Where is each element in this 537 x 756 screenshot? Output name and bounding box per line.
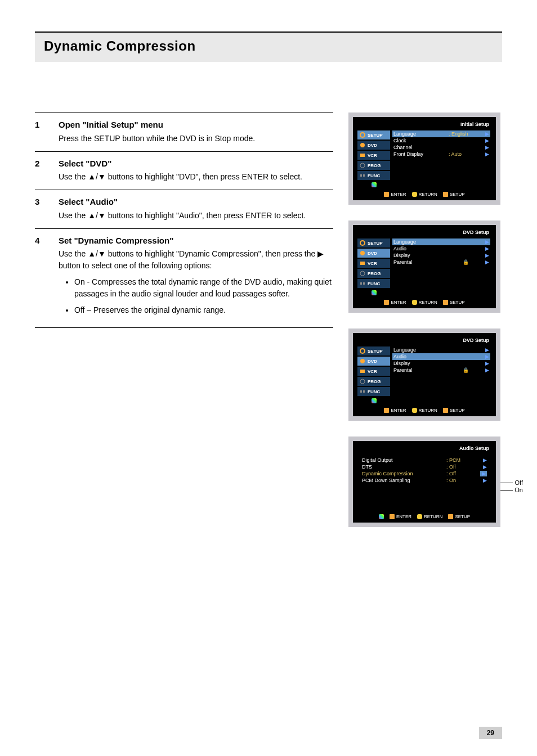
step-3: 3 Select "Audio" Use the ▲/▼ buttons to … bbox=[35, 190, 333, 228]
bullet-on: On - Compresses the total dynamic range … bbox=[74, 276, 333, 300]
chevron-right-icon: ▶ bbox=[482, 131, 489, 137]
osd-row-display[interactable]: Display▶ bbox=[392, 252, 490, 259]
step-number: 4 bbox=[35, 235, 48, 321]
enter-key-icon bbox=[390, 514, 395, 519]
tab-prog[interactable]: PROG bbox=[357, 269, 390, 278]
step-body-text: Use the ▲/▼ buttons to highlight "Audio"… bbox=[59, 210, 333, 222]
footer-return: RETURN bbox=[419, 408, 437, 413]
tab-label: FUNC bbox=[368, 281, 380, 286]
chevron-right-icon: ▶ bbox=[482, 145, 489, 150]
tab-joystick bbox=[357, 289, 390, 296]
osd-row-language[interactable]: Language: English▶ bbox=[392, 130, 490, 137]
svg-point-9 bbox=[360, 271, 365, 276]
tab-label: PROG bbox=[368, 379, 381, 384]
chevron-right-icon: ▶ bbox=[480, 478, 487, 483]
enter-key-icon bbox=[384, 192, 389, 197]
tab-dvd[interactable]: DVD bbox=[357, 249, 390, 258]
osd-row-front-display[interactable]: Front Display: Auto▶ bbox=[392, 151, 490, 158]
osd-row-dynamic-compression[interactable]: Dynamic Compression: Off▶ bbox=[361, 470, 488, 477]
return-key-icon bbox=[412, 300, 417, 305]
chevron-right-icon: ▶ bbox=[482, 246, 489, 251]
tab-func[interactable]: FUNC bbox=[357, 279, 390, 288]
tab-label: PROG bbox=[368, 271, 381, 276]
dpad-icon bbox=[372, 182, 377, 187]
tab-joystick bbox=[357, 181, 390, 188]
osd-footer: ENTER RETURN SETUP bbox=[357, 511, 491, 520]
svg-rect-5 bbox=[363, 174, 365, 177]
chevron-right-icon: ▶ bbox=[480, 471, 487, 476]
slider-icon bbox=[359, 388, 366, 395]
tab-setup[interactable]: SETUP bbox=[357, 238, 390, 248]
svg-point-15 bbox=[360, 379, 365, 384]
return-key-icon bbox=[412, 192, 417, 197]
osd-title: Initial Setup bbox=[357, 120, 491, 130]
osd-row-language[interactable]: Language▶ bbox=[392, 346, 490, 353]
footer-enter: ENTER bbox=[391, 192, 406, 197]
tape-icon bbox=[359, 152, 366, 159]
osd-row-digital-output[interactable]: Digital Output: PCM▶ bbox=[361, 457, 488, 464]
steps-column: 1 Open "Initial Setup" menu Press the SE… bbox=[35, 112, 333, 527]
osd-row-audio[interactable]: Audio▶ bbox=[392, 245, 490, 252]
svg-rect-11 bbox=[363, 282, 365, 285]
tab-vcr[interactable]: VCR bbox=[357, 367, 390, 376]
setup-key-icon bbox=[448, 514, 453, 519]
tab-func[interactable]: FUNC bbox=[357, 387, 390, 396]
osd-row-language[interactable]: Language▶ bbox=[392, 238, 490, 245]
chevron-right-icon: ▶ bbox=[482, 259, 489, 265]
osd-title: DVD Setup bbox=[357, 228, 491, 238]
svg-point-13 bbox=[360, 359, 365, 363]
tab-setup[interactable]: SETUP bbox=[357, 130, 390, 140]
footer-setup: SETUP bbox=[450, 300, 465, 305]
osd-column: Initial Setup SETUP DVD VCR PROG FUNC La… bbox=[347, 112, 502, 527]
bullet-off: Off – Preserves the original dynamic ran… bbox=[74, 304, 333, 316]
return-key-icon bbox=[412, 408, 417, 413]
osd-row-dts[interactable]: DTS: Off▶ bbox=[361, 464, 488, 470]
osd-initial-setup: Initial Setup SETUP DVD VCR PROG FUNC La… bbox=[348, 112, 500, 205]
osd-title: Audio Setup bbox=[357, 444, 491, 454]
gear-icon bbox=[359, 348, 366, 354]
osd-row-clock[interactable]: Clock▶ bbox=[392, 137, 490, 144]
tab-setup[interactable]: SETUP bbox=[357, 346, 390, 356]
tab-vcr[interactable]: VCR bbox=[357, 151, 390, 160]
svg-point-0 bbox=[360, 133, 365, 137]
osd-audio-setup-wrap: Audio Setup Digital Output: PCM▶ DTS: Of… bbox=[348, 436, 500, 527]
tab-label: DVD bbox=[368, 359, 377, 364]
dpad-icon bbox=[372, 398, 377, 403]
side-label-on: On bbox=[514, 487, 523, 493]
footer-enter: ENTER bbox=[396, 514, 411, 519]
osd-row-audio[interactable]: Audio▶ bbox=[392, 353, 490, 360]
slider-icon bbox=[359, 280, 366, 287]
tab-label: VCR bbox=[368, 369, 377, 374]
osd-row-channel[interactable]: Channel▶ bbox=[392, 144, 490, 151]
tab-dvd[interactable]: DVD bbox=[357, 357, 390, 366]
setup-key-icon bbox=[443, 300, 448, 305]
chevron-right-icon: ▶ bbox=[482, 239, 489, 245]
step-heading: Select "DVD" bbox=[59, 158, 333, 170]
return-key-icon bbox=[417, 514, 422, 519]
pointer-line bbox=[500, 490, 513, 490]
chevron-right-icon: ▶ bbox=[482, 138, 489, 143]
tab-vcr[interactable]: VCR bbox=[357, 259, 390, 268]
chevron-right-icon: ▶ bbox=[482, 361, 489, 366]
svg-rect-8 bbox=[360, 262, 365, 265]
osd-row-parental[interactable]: Parental🔒▶ bbox=[392, 367, 490, 374]
dpad-icon bbox=[379, 514, 384, 519]
tab-prog[interactable]: PROG bbox=[357, 377, 390, 386]
tab-prog[interactable]: PROG bbox=[357, 161, 390, 170]
footer-return: RETURN bbox=[419, 300, 437, 305]
chevron-right-icon: ▶ bbox=[480, 457, 487, 463]
footer-enter: ENTER bbox=[391, 300, 406, 305]
tab-dvd[interactable]: DVD bbox=[357, 141, 390, 150]
svg-point-7 bbox=[360, 251, 365, 255]
step-body-text: Use the ▲/▼ buttons to highlight "DVD", … bbox=[59, 171, 333, 183]
tab-func[interactable]: FUNC bbox=[357, 171, 390, 180]
osd-row-parental[interactable]: Parental🔒▶ bbox=[392, 259, 490, 266]
osd-dvd-setup-2: DVD Setup SETUP DVD VCR PROG FUNC Langua… bbox=[348, 328, 500, 421]
page-title: Dynamic Compression bbox=[44, 38, 493, 54]
chevron-right-icon: ▶ bbox=[482, 354, 489, 359]
osd-row-pcm-down[interactable]: PCM Down Sampling: On▶ bbox=[361, 477, 488, 484]
lock-icon: 🔒 bbox=[449, 367, 482, 373]
clock-icon bbox=[359, 378, 366, 385]
osd-row-display[interactable]: Display▶ bbox=[392, 360, 490, 367]
tape-icon bbox=[359, 260, 366, 267]
